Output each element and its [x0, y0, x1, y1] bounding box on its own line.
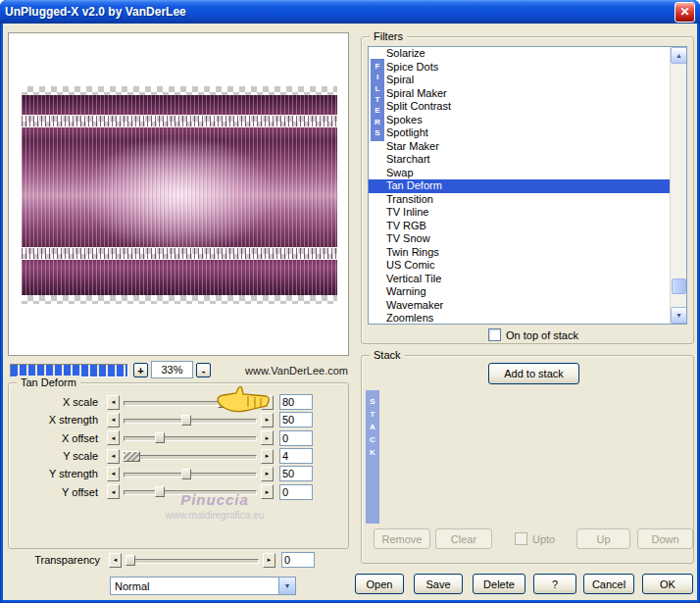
- delete-button[interactable]: Delete: [473, 574, 525, 594]
- transparency-checker-top: [22, 86, 337, 95]
- title-bar[interactable]: UnPlugged-X v2.0 by VanDerLee ✕: [0, 0, 700, 24]
- slider-value-input[interactable]: [279, 412, 313, 427]
- strip-letter: E: [375, 106, 379, 116]
- filter-item[interactable]: Spokes: [369, 114, 670, 127]
- ok-button[interactable]: OK: [642, 574, 693, 594]
- slider-decrement-button[interactable]: ◄: [107, 430, 120, 445]
- strip-letter: A: [370, 421, 375, 433]
- upto-checkbox[interactable]: [515, 532, 527, 545]
- filter-item[interactable]: Wavemaker: [369, 299, 670, 313]
- filter-item[interactable]: Starchart: [369, 153, 670, 167]
- slider-value-input[interactable]: [279, 394, 313, 410]
- filter-item[interactable]: Twin Rings: [369, 246, 670, 260]
- cancel-button[interactable]: Cancel: [583, 574, 634, 594]
- slider-increment-button[interactable]: ►: [263, 553, 275, 568]
- filter-params-group: Tan Deform X scale◄►X strength◄►X offset…: [8, 382, 349, 549]
- combo-dropdown-button[interactable]: ▼: [278, 578, 295, 594]
- filter-item[interactable]: Spotlight: [369, 126, 670, 140]
- close-icon: ✕: [679, 5, 689, 19]
- slider-decrement-button[interactable]: ◄: [107, 395, 120, 410]
- save-button[interactable]: Save: [414, 574, 463, 594]
- slider-track[interactable]: [124, 413, 257, 427]
- filters-list[interactable]: SolarizeSpice DotsSpiralSpiral MakerSpli…: [368, 46, 687, 325]
- strip-letter: K: [370, 446, 375, 459]
- filter-item[interactable]: Star Maker: [369, 140, 670, 154]
- strip-letter: T: [375, 95, 380, 105]
- filter-item[interactable]: Transition: [369, 193, 670, 207]
- blend-mode-select[interactable]: Normal ▼: [110, 577, 296, 595]
- filter-item[interactable]: Warning: [369, 285, 670, 299]
- preview-stripe-band-1: [22, 115, 337, 127]
- slider-decrement-button[interactable]: ◄: [109, 553, 122, 568]
- scrollbar-thumb[interactable]: [672, 278, 686, 294]
- scrollbar-up-button[interactable]: ▲: [671, 47, 687, 64]
- scrollbar-down-button[interactable]: ▼: [671, 307, 687, 324]
- zoom-level-display[interactable]: 33%: [151, 361, 193, 378]
- slider-increment-button[interactable]: ►: [261, 395, 274, 410]
- filter-item[interactable]: Split Contrast: [369, 100, 670, 114]
- on-top-checkbox[interactable]: [488, 328, 501, 341]
- on-top-of-stack-option[interactable]: On top of stack: [488, 328, 578, 341]
- filter-item[interactable]: Zoomlens: [369, 312, 670, 325]
- slider-thumb[interactable]: [155, 432, 165, 443]
- preview-panel[interactable]: [8, 32, 349, 356]
- slider-increment-button[interactable]: ►: [261, 413, 274, 427]
- slider-thumb[interactable]: [123, 451, 140, 462]
- slider-thumb[interactable]: [218, 397, 227, 408]
- slider-decrement-button[interactable]: ◄: [107, 467, 120, 481]
- slider-value-input[interactable]: [281, 552, 315, 568]
- slider-thumb[interactable]: [125, 555, 135, 566]
- filter-item[interactable]: Vertical Tile: [369, 273, 670, 286]
- on-top-label: On top of stack: [506, 329, 578, 341]
- zoom-in-button[interactable]: +: [133, 363, 148, 377]
- slider-row: Transparency◄►: [5, 551, 350, 569]
- filter-item[interactable]: TV RGB: [369, 220, 670, 233]
- upto-option[interactable]: Upto: [515, 532, 555, 545]
- slider-increment-button[interactable]: ►: [261, 467, 274, 481]
- slider-increment-button[interactable]: ►: [261, 430, 274, 445]
- filter-item[interactable]: TV Inline: [369, 206, 670, 220]
- slider-increment-button[interactable]: ►: [261, 449, 274, 464]
- slider-decrement-button[interactable]: ◄: [107, 449, 120, 464]
- open-button[interactable]: Open: [355, 574, 404, 594]
- remove-button[interactable]: Remove: [374, 528, 430, 549]
- help-button[interactable]: ?: [533, 574, 576, 594]
- slider-track[interactable]: [124, 449, 257, 464]
- slider-thumb[interactable]: [181, 415, 191, 426]
- strip-letter: S: [370, 395, 375, 408]
- chevron-down-icon: ▼: [284, 582, 291, 589]
- filter-item[interactable]: Swap: [369, 167, 670, 180]
- upto-label: Upto: [532, 533, 555, 545]
- slider-value-input[interactable]: [279, 448, 313, 464]
- filter-item[interactable]: Solarize: [369, 47, 670, 61]
- filter-item[interactable]: TV Snow: [369, 232, 670, 246]
- clear-button[interactable]: Clear: [435, 528, 492, 549]
- filter-item[interactable]: US Comic: [369, 259, 670, 273]
- slider-track[interactable]: [125, 553, 259, 568]
- filters-scrollbar[interactable]: ▲ ▼: [670, 47, 686, 324]
- slider-value-input[interactable]: [279, 430, 313, 446]
- slider-thumb[interactable]: [181, 469, 191, 479]
- preview-stripe-band-2: [22, 247, 337, 260]
- vendor-website-link[interactable]: www.VanDerLee.com: [213, 365, 348, 377]
- slider-decrement-button[interactable]: ◄: [107, 413, 120, 427]
- zoom-out-button[interactable]: -: [196, 363, 211, 377]
- slider-track[interactable]: [124, 430, 257, 445]
- filter-item[interactable]: Spiral: [369, 74, 670, 87]
- filter-item[interactable]: Spice Dots: [369, 61, 670, 75]
- slider-track[interactable]: [124, 467, 257, 481]
- close-button[interactable]: ✕: [675, 2, 695, 23]
- filter-item[interactable]: Tan Deform: [369, 179, 670, 193]
- strip-letter: T: [371, 408, 375, 421]
- slider-value-input[interactable]: [279, 466, 313, 481]
- slider-label: Y strength: [11, 468, 105, 479]
- transparency-row: Transparency◄►: [5, 551, 350, 569]
- watermark-text: Pinuccia: [97, 491, 332, 508]
- slider-row: X scale◄►: [11, 393, 346, 411]
- blend-mode-value: Normal: [111, 580, 278, 592]
- up-button[interactable]: Up: [576, 528, 630, 549]
- down-button[interactable]: Down: [637, 528, 693, 549]
- filter-item[interactable]: Spiral Maker: [369, 87, 670, 101]
- add-to-stack-button[interactable]: Add to stack: [488, 363, 579, 384]
- slider-track[interactable]: [124, 395, 257, 410]
